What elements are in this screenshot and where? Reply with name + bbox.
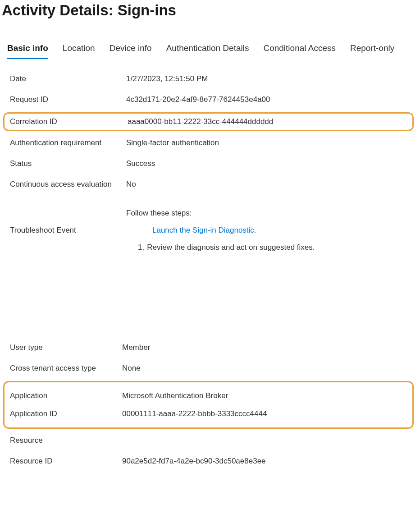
row-troubleshoot: Troubleshoot Event Follow these steps: L… — [10, 195, 418, 266]
row-cae: Continuous access evaluation No — [10, 174, 418, 195]
auth-req-value: Single-factor authentication — [126, 138, 219, 147]
status-value: Success — [126, 159, 155, 168]
auth-req-label: Authentication requirement — [10, 138, 126, 147]
application-label: Application — [10, 391, 122, 400]
row-cross-tenant: Cross tenant access type None — [10, 358, 418, 379]
page-title: Activity Details: Sign-ins — [2, 2, 418, 19]
resource-label: Resource — [10, 436, 122, 445]
row-request-id: Request ID 4c32d171-20e2-4af9-8e77-76244… — [10, 90, 418, 110]
highlight-application: Application Microsoft Authentication Bro… — [3, 381, 414, 429]
launch-diagnostic-link[interactable]: Launch the Sign-in Diagnostic. — [152, 226, 256, 234]
spacer — [2, 266, 418, 338]
row-application: Application Microsoft Authentication Bro… — [10, 387, 407, 405]
correlation-id-value: aaaa0000-bb11-2222-33cc-444444dddddd — [128, 117, 273, 126]
troubleshoot-value: Follow these steps: Launch the Sign-in D… — [126, 209, 315, 252]
row-resource: Resource — [10, 431, 418, 451]
basic-info-block: Date 1/27/2023, 12:51:50 PM Request ID 4… — [2, 69, 418, 266]
cae-label: Continuous access evaluation — [10, 180, 126, 189]
tab-authentication-details[interactable]: Authentication Details — [166, 43, 249, 59]
row-application-id: Application ID 00001111-aaaa-2222-bbbb-3… — [10, 405, 407, 423]
tab-device-info[interactable]: Device info — [110, 43, 152, 59]
row-status: Status Success — [10, 154, 418, 174]
row-date: Date 1/27/2023, 12:51:50 PM — [10, 69, 418, 90]
row-correlation-id: Correlation ID aaaa0000-bb11-2222-33cc-4… — [10, 117, 412, 126]
row-authentication-requirement: Authentication requirement Single-factor… — [10, 133, 418, 154]
tab-conditional-access[interactable]: Conditional Access — [263, 43, 336, 59]
date-value: 1/27/2023, 12:51:50 PM — [126, 74, 208, 83]
step1-text: Review the diagnosis and act on suggeste… — [147, 243, 315, 252]
application-id-label: Application ID — [10, 409, 122, 418]
extended-info-block: User type Member Cross tenant access typ… — [2, 338, 418, 472]
correlation-id-label: Correlation ID — [10, 117, 128, 126]
application-value: Microsoft Authentication Broker — [122, 391, 228, 400]
troubleshoot-label: Troubleshoot Event — [10, 226, 126, 235]
resource-id-label: Resource ID — [10, 457, 122, 466]
tabs: Basic info Location Device info Authenti… — [2, 43, 418, 59]
tab-location[interactable]: Location — [63, 43, 95, 59]
application-id-value: 00001111-aaaa-2222-bbbb-3333cccc4444 — [122, 409, 267, 418]
tab-basic-info[interactable]: Basic info — [7, 43, 48, 59]
date-label: Date — [10, 74, 126, 83]
request-id-label: Request ID — [10, 95, 126, 104]
cae-value: No — [126, 180, 136, 189]
request-id-value: 4c32d171-20e2-4af9-8e77-7624453e4a00 — [126, 95, 270, 104]
row-resource-id: Resource ID 90a2e5d2-fd7a-4a2e-bc90-3dc5… — [10, 451, 418, 472]
user-type-value: Member — [122, 343, 150, 352]
cross-tenant-value: None — [122, 364, 141, 373]
row-user-type: User type Member — [10, 338, 418, 358]
steps-intro: Follow these steps: — [126, 209, 315, 218]
tab-report-only[interactable]: Report-only — [350, 43, 394, 59]
step1-number: 1. — [138, 243, 144, 252]
resource-id-value: 90a2e5d2-fd7a-4a2e-bc90-3dc50ae8e3ee — [122, 457, 266, 466]
user-type-label: User type — [10, 343, 122, 352]
status-label: Status — [10, 159, 126, 168]
cross-tenant-label: Cross tenant access type — [10, 364, 122, 373]
highlight-correlation-id: Correlation ID aaaa0000-bb11-2222-33cc-4… — [3, 112, 414, 131]
